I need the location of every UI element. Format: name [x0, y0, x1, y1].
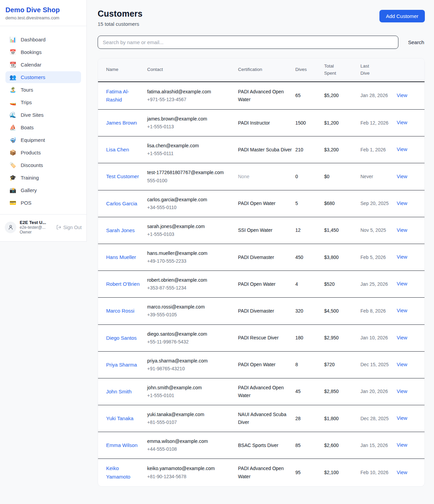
- view-link[interactable]: View: [397, 281, 407, 286]
- column-header-total-spent: Total Spent: [324, 58, 360, 82]
- view-link[interactable]: View: [397, 174, 407, 179]
- customer-email: priya.sharma@example.com: [147, 357, 235, 365]
- view-link[interactable]: View: [397, 227, 407, 233]
- table-row: Sarah Jones sarah.jones@example.com +1-5…: [98, 217, 425, 244]
- sidebar-item-training[interactable]: 🎓 Training: [5, 172, 81, 184]
- customer-name-link[interactable]: Emma Wilson: [106, 442, 138, 448]
- page-header: Customers 15 total customers Add Custome…: [98, 9, 425, 27]
- sidebar-item-boats[interactable]: ⛵ Boats: [5, 122, 81, 133]
- customer-name-link[interactable]: James Brown: [106, 120, 137, 126]
- sidebar-item-gallery[interactable]: 📸 Gallery: [5, 184, 81, 196]
- customer-total-spent: $1,200: [324, 110, 360, 136]
- view-link[interactable]: View: [397, 362, 407, 367]
- customer-phone: +34-555-0110: [147, 204, 235, 211]
- view-link[interactable]: View: [397, 201, 407, 206]
- search-input[interactable]: [98, 36, 398, 49]
- customer-phone: 555-0100: [147, 177, 235, 185]
- customer-name-link[interactable]: Fatima Al-Rashid: [106, 89, 129, 102]
- customer-dives: 65: [295, 82, 324, 110]
- customer-phone: +81-555-0107: [147, 418, 235, 426]
- customer-name-link[interactable]: Keiko Yamamoto: [106, 465, 130, 479]
- customer-total-spent: $4,500: [324, 298, 360, 324]
- customer-name-link[interactable]: Carlos Garcia: [106, 201, 137, 206]
- app-root: Demo Dive Shop demo.test.divestreams.com…: [0, 0, 434, 495]
- column-header-certification: Certification: [238, 58, 295, 82]
- customer-certification: PADI Open Water: [238, 351, 295, 378]
- customer-phone: +1-555-0111: [147, 150, 235, 157]
- sidebar-item-bookings[interactable]: 📅 Bookings: [5, 46, 81, 58]
- customer-phone: +971-55-123-4567: [147, 96, 235, 104]
- customer-name-link[interactable]: Lisa Chen: [106, 147, 129, 152]
- view-link[interactable]: View: [397, 415, 407, 421]
- sidebar-item-trips[interactable]: 🚤 Trips: [5, 96, 81, 108]
- add-customer-button[interactable]: Add Customer: [379, 10, 425, 22]
- customer-certification: PADI Rescue Diver: [238, 324, 295, 351]
- shop-title: Demo Dive Shop: [5, 6, 81, 14]
- customer-total-spent: $2,850: [324, 378, 360, 405]
- customer-name-link[interactable]: Sarah Jones: [106, 227, 135, 233]
- customer-certification: PADI Advanced Open Water: [238, 378, 295, 405]
- customer-certification: SSI Open Water: [238, 217, 295, 244]
- customer-name-link[interactable]: Priya Sharma: [106, 362, 137, 368]
- sidebar-item-discounts[interactable]: 🏷️ Discounts: [5, 159, 81, 171]
- view-link[interactable]: View: [397, 120, 407, 125]
- sidebar-item-products[interactable]: 📦 Products: [5, 147, 81, 158]
- customer-name-link[interactable]: Hans Mueller: [106, 254, 136, 260]
- table-row: Robert O'Brien robert.obrien@example.com…: [98, 271, 425, 298]
- customers-table: NameContactCertificationDivesTotal Spent…: [98, 58, 425, 486]
- customer-certification: NAUI Advanced Scuba Diver: [238, 405, 295, 432]
- customer-last-dive: Jan 15, 2026: [360, 432, 397, 459]
- people-icon: 👥: [9, 75, 16, 80]
- customer-last-dive: Feb 8, 2026: [360, 298, 397, 324]
- customer-phone: +39-555-0105: [147, 311, 235, 319]
- search-button[interactable]: Search: [407, 37, 425, 47]
- view-link[interactable]: View: [397, 335, 407, 340]
- table-row: Priya Sharma priya.sharma@example.com +9…: [98, 351, 425, 378]
- customer-total-spent: $0: [324, 163, 360, 190]
- sidebar-item-label: Calendar: [21, 62, 41, 68]
- view-link[interactable]: View: [397, 308, 407, 313]
- customer-total-spent: $2,950: [324, 324, 360, 351]
- package-icon: 📦: [9, 150, 16, 155]
- customer-name-link[interactable]: Diego Santos: [106, 335, 137, 341]
- sidebar-item-equipment[interactable]: 🤿 Equipment: [5, 134, 81, 146]
- sidebar-item-dive-sites[interactable]: 🌊 Dive Sites: [5, 109, 81, 121]
- table-row: Yuki Tanaka yuki.tanaka@example.com +81-…: [98, 405, 425, 432]
- sidebar-item-dashboard[interactable]: 📊 Dashboard: [5, 34, 81, 45]
- customer-name-link[interactable]: Test Customer: [106, 173, 139, 179]
- sidebar-item-pos[interactable]: 💳 POS: [5, 197, 81, 209]
- view-link[interactable]: View: [397, 470, 407, 475]
- column-header-last-dive: Last Dive: [360, 58, 397, 82]
- customer-dives: 28: [295, 405, 324, 432]
- sign-out-button[interactable]: Sign Out: [56, 225, 82, 230]
- sign-out-icon: [56, 225, 61, 230]
- view-link[interactable]: View: [397, 147, 407, 152]
- calendar-date-icon: 📅: [9, 50, 16, 55]
- view-link[interactable]: View: [397, 254, 407, 260]
- sidebar-item-tours[interactable]: 🏝️ Tours: [5, 84, 81, 96]
- customer-name-link[interactable]: Robert O'Brien: [106, 281, 140, 287]
- sidebar: Demo Dive Shop demo.test.divestreams.com…: [0, 0, 87, 242]
- sidebar-item-label: Training: [21, 175, 39, 181]
- sidebar-item-calendar[interactable]: 📆 Calendar: [5, 59, 81, 71]
- customer-last-dive: Feb 10, 2026: [360, 459, 397, 486]
- view-link[interactable]: View: [397, 93, 407, 98]
- customer-certification: PADI Advanced Open Water: [238, 459, 295, 486]
- table-header-row: NameContactCertificationDivesTotal Spent…: [98, 58, 425, 82]
- customer-email: sarah.jones@example.com: [147, 223, 235, 230]
- table-row: Diego Santos diego.santos@example.com +5…: [98, 324, 425, 351]
- customer-dives: 85: [295, 432, 324, 459]
- customer-name-link[interactable]: Marco Rossi: [106, 308, 134, 314]
- customer-email: marco.rossi@example.com: [147, 303, 235, 311]
- view-link[interactable]: View: [397, 442, 407, 448]
- main-content: Customers 15 total customers Add Custome…: [87, 0, 434, 495]
- column-header-dives: Dives: [295, 58, 324, 82]
- customer-last-dive: Never: [360, 163, 397, 190]
- customer-name-link[interactable]: Yuki Tanaka: [106, 415, 134, 421]
- customer-dives: 45: [295, 378, 324, 405]
- customer-name-link[interactable]: John Smith: [106, 389, 132, 394]
- sidebar-item-customers[interactable]: 👥 Customers: [5, 71, 81, 83]
- view-link[interactable]: View: [397, 389, 407, 394]
- sidebar-item-label: Boats: [21, 125, 34, 130]
- customer-total-spent: $3,800: [324, 244, 360, 270]
